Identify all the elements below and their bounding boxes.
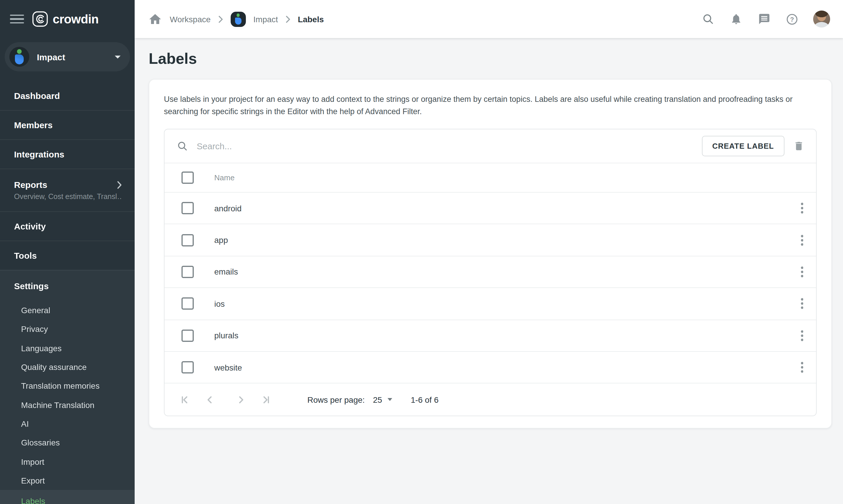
next-page-button[interactable]	[236, 395, 247, 405]
sidebar-item-languages[interactable]: Languages	[0, 339, 134, 358]
pagination: Rows per page: 25 1-6 of 6	[164, 384, 816, 416]
labels-description: Use labels in your project for an easy w…	[164, 93, 817, 118]
delete-button[interactable]	[793, 141, 804, 151]
search-icon[interactable]	[701, 12, 715, 26]
row-menu-kebab-icon[interactable]	[798, 265, 806, 278]
label-name: android	[214, 203, 798, 213]
main-content: Labels Use labels in your project for an…	[134, 38, 843, 504]
label-name: emails	[214, 267, 798, 276]
rows-per-page-value: 25	[373, 395, 382, 404]
table-row[interactable]: app	[164, 224, 816, 256]
row-checkbox[interactable]	[181, 234, 194, 246]
project-name: Impact	[37, 52, 115, 62]
row-checkbox[interactable]	[181, 329, 194, 342]
sidebar-item-labels[interactable]: Labels	[0, 490, 134, 504]
sidebar-item-export[interactable]: Export	[0, 471, 134, 490]
column-header-name: Name	[214, 173, 234, 182]
row-checkbox[interactable]	[181, 361, 194, 374]
label-name: app	[214, 235, 798, 245]
sidebar-item-reports[interactable]: Reports Overview, Cost estimate, Transl…	[0, 169, 134, 212]
project-logo-icon	[10, 47, 29, 67]
topbar-actions: ?	[701, 11, 843, 28]
settings-header: Settings	[0, 274, 134, 298]
app-window: crowdin Impact Dashboard Members Integra…	[0, 0, 843, 504]
topbar: Workspace Impact Labels ?	[134, 0, 843, 38]
row-menu-kebab-icon[interactable]	[798, 329, 806, 342]
sidebar-item-activity[interactable]: Activity	[0, 212, 134, 241]
sidebar-header: crowdin	[0, 0, 134, 38]
crowdin-logo[interactable]: crowdin	[32, 11, 98, 27]
settings-section: Settings General Privacy Languages Quali…	[0, 270, 134, 504]
messages-chat-icon[interactable]	[757, 12, 771, 26]
chevron-down-icon	[387, 398, 392, 401]
sidebar-item-ai[interactable]: AI	[0, 414, 134, 433]
select-all-checkbox[interactable]	[181, 172, 194, 184]
table-row[interactable]: website	[164, 352, 816, 384]
crowdin-wordmark: crowdin	[53, 12, 98, 26]
create-label-button[interactable]: CREATE LABEL	[702, 136, 785, 156]
sidebar-item-tools[interactable]: Tools	[0, 241, 134, 270]
sidebar-nav: Dashboard Members Integrations Reports O…	[0, 82, 134, 270]
chevron-right-icon	[117, 181, 122, 189]
chevron-right-icon	[218, 16, 223, 22]
labels-card: Use labels in your project for an easy w…	[149, 79, 832, 429]
labels-table-panel: CREATE LABEL Name android app	[164, 129, 817, 416]
table-row[interactable]: emails	[164, 256, 816, 288]
table-header-row: Name	[164, 163, 816, 193]
last-page-button[interactable]	[261, 395, 271, 405]
svg-text:?: ?	[790, 16, 794, 23]
breadcrumb-current: Labels	[298, 14, 324, 24]
rows-per-page-select[interactable]: 25	[373, 395, 392, 404]
table-row[interactable]: android	[164, 193, 816, 224]
help-icon[interactable]: ?	[785, 12, 799, 26]
row-menu-kebab-icon[interactable]	[798, 233, 806, 247]
sidebar-item-dashboard[interactable]: Dashboard	[0, 82, 134, 111]
sidebar-item-members[interactable]: Members	[0, 111, 134, 140]
breadcrumb: Workspace Impact Labels	[134, 12, 701, 26]
reports-subtitle: Overview, Cost estimate, Transl…	[14, 193, 122, 201]
search-input[interactable]	[196, 141, 702, 151]
table-row[interactable]: plurals	[164, 320, 816, 352]
home-icon[interactable]	[148, 12, 162, 26]
previous-page-button[interactable]	[204, 395, 215, 405]
sidebar-item-machine-translation[interactable]: Machine Translation	[0, 395, 134, 414]
chevron-down-icon	[115, 55, 121, 58]
row-checkbox[interactable]	[181, 298, 194, 310]
label-name: website	[214, 363, 798, 372]
breadcrumb-project-icon	[231, 12, 246, 26]
project-switcher[interactable]: Impact	[5, 42, 130, 71]
breadcrumb-workspace[interactable]: Workspace	[170, 14, 211, 24]
table-row[interactable]: ios	[164, 288, 816, 320]
page-title: Labels	[134, 38, 843, 67]
breadcrumb-project[interactable]: Impact	[253, 14, 278, 24]
crowdin-logo-icon	[32, 11, 48, 27]
first-page-button[interactable]	[180, 395, 190, 405]
row-menu-kebab-icon[interactable]	[798, 201, 806, 215]
sidebar-item-import[interactable]: Import	[0, 452, 134, 471]
rows-per-page-label: Rows per page:	[307, 395, 365, 404]
notifications-bell-icon[interactable]	[729, 12, 743, 26]
sidebar-item-translation-memories[interactable]: Translation memories	[0, 376, 134, 395]
table-toolbar: CREATE LABEL	[164, 129, 816, 163]
hamburger-menu-icon[interactable]	[10, 12, 24, 26]
sidebar-item-general[interactable]: General	[0, 301, 134, 320]
row-menu-kebab-icon[interactable]	[798, 361, 806, 374]
sidebar-item-quality-assurance[interactable]: Quality assurance	[0, 358, 134, 377]
trash-icon	[793, 141, 804, 151]
pagination-range: 1-6 of 6	[411, 395, 438, 404]
row-checkbox[interactable]	[181, 202, 194, 214]
search-icon	[177, 141, 188, 151]
chevron-right-icon	[286, 16, 290, 22]
user-avatar[interactable]	[813, 11, 830, 28]
sidebar-item-glossaries[interactable]: Glossaries	[0, 433, 134, 452]
row-checkbox[interactable]	[181, 266, 194, 278]
sidebar-item-integrations[interactable]: Integrations	[0, 140, 134, 169]
sidebar: crowdin Impact Dashboard Members Integra…	[0, 0, 134, 504]
label-name: ios	[214, 299, 798, 308]
sidebar-item-privacy[interactable]: Privacy	[0, 320, 134, 339]
label-name: plurals	[214, 331, 798, 340]
row-menu-kebab-icon[interactable]	[798, 297, 806, 310]
